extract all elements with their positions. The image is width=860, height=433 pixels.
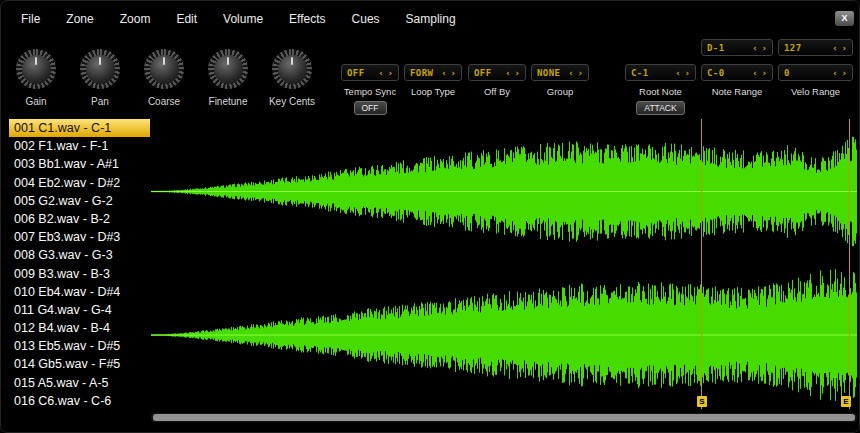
stepper-arrows: ‹› bbox=[441, 68, 456, 78]
root-note-label: Root Note bbox=[625, 86, 696, 97]
sampler-window: FileZoneZoomEditVolumeEffectsCuesSamplin… bbox=[0, 0, 860, 433]
stepper-arrows: ‹› bbox=[832, 68, 847, 78]
velo-range-high-value: 127 bbox=[784, 43, 801, 53]
decrement-arrow[interactable]: ‹ bbox=[832, 68, 837, 78]
spacer bbox=[404, 39, 462, 56]
spacer bbox=[531, 39, 589, 56]
menu-item-volume[interactable]: Volume bbox=[223, 12, 263, 26]
menu-item-zone[interactable]: Zone bbox=[66, 12, 93, 26]
stepper-arrows: ‹› bbox=[568, 68, 583, 78]
loop-type-dropdown[interactable]: FORW ‹› bbox=[404, 64, 462, 81]
menu-item-effects[interactable]: Effects bbox=[289, 12, 325, 26]
increment-arrow[interactable]: › bbox=[685, 68, 690, 78]
root-note-attack-button[interactable]: ATTACK bbox=[636, 101, 684, 115]
decrement-arrow[interactable]: ‹ bbox=[441, 68, 446, 78]
waveform-scrollbar[interactable] bbox=[151, 413, 857, 422]
off-by-label: Off By bbox=[468, 86, 526, 97]
sample-list-item[interactable]: 004 Eb2.wav - D#2 bbox=[9, 174, 150, 192]
menu-item-file[interactable]: File bbox=[21, 12, 40, 26]
sample-list-item[interactable]: 007 Eb3.wav - D#3 bbox=[9, 228, 150, 246]
close-button[interactable]: X bbox=[835, 11, 854, 26]
sample-list-item[interactable]: 001 C1.wav - C-1 bbox=[9, 119, 150, 137]
param-panel: OFF ‹› Tempo Sync OFF FORW ‹› Loop Type … bbox=[1, 39, 860, 117]
tempo-sync-label: Tempo Sync bbox=[341, 86, 399, 97]
note-range-low-value: C-0 bbox=[707, 68, 724, 78]
param-tempo-sync: OFF ‹› Tempo Sync OFF bbox=[341, 39, 399, 115]
off-by-dropdown[interactable]: OFF ‹› bbox=[468, 64, 526, 81]
stepper-arrows: ‹› bbox=[832, 43, 847, 53]
increment-arrow[interactable]: › bbox=[762, 43, 767, 53]
root-note-value: C-1 bbox=[631, 68, 648, 78]
increment-arrow[interactable]: › bbox=[842, 68, 847, 78]
decrement-arrow[interactable]: ‹ bbox=[378, 68, 383, 78]
sample-list-item[interactable]: 002 F1.wav - F-1 bbox=[9, 137, 150, 155]
decrement-arrow[interactable]: ‹ bbox=[568, 68, 573, 78]
note-range-label: Note Range bbox=[701, 86, 773, 97]
group-dropdown[interactable]: NONE ‹› bbox=[531, 64, 589, 81]
sample-list-item[interactable]: 015 A5.wav - A-5 bbox=[9, 374, 150, 392]
group-label: Group bbox=[531, 86, 589, 97]
note-range-high-value: D-1 bbox=[707, 43, 724, 53]
sample-list-item[interactable]: 008 G3.wav - G-3 bbox=[9, 246, 150, 264]
sample-list-item[interactable]: 003 Bb1.wav - A#1 bbox=[9, 155, 150, 173]
loop-end-marker-line[interactable] bbox=[849, 119, 850, 409]
sample-list-item[interactable]: 013 Eb5.wav - D#5 bbox=[9, 337, 150, 355]
menu-bar: FileZoneZoomEditVolumeEffectsCuesSamplin… bbox=[21, 12, 456, 26]
tempo-sync-off-button[interactable]: OFF bbox=[354, 101, 387, 115]
menu-item-cues[interactable]: Cues bbox=[352, 12, 380, 26]
stepper-arrows: ‹› bbox=[505, 68, 520, 78]
loop-start-marker-tag[interactable]: S bbox=[697, 396, 707, 407]
decrement-arrow[interactable]: ‹ bbox=[832, 43, 837, 53]
decrement-arrow[interactable]: ‹ bbox=[505, 68, 510, 78]
waveform-area: S E bbox=[151, 119, 857, 409]
sample-list-item[interactable]: 009 B3.wav - B-3 bbox=[9, 265, 150, 283]
scrollbar-thumb[interactable] bbox=[153, 414, 855, 421]
spacer bbox=[468, 39, 526, 56]
sample-list-item[interactable]: 006 B2.wav - B-2 bbox=[9, 210, 150, 228]
sample-list-item[interactable]: 011 G4.wav - G-4 bbox=[9, 301, 150, 319]
decrement-arrow[interactable]: ‹ bbox=[675, 68, 680, 78]
menu-item-zoom[interactable]: Zoom bbox=[120, 12, 151, 26]
tempo-sync-dropdown[interactable]: OFF ‹› bbox=[341, 64, 399, 81]
decrement-arrow[interactable]: ‹ bbox=[752, 68, 757, 78]
increment-arrow[interactable]: › bbox=[451, 68, 456, 78]
velo-range-label: Velo Range bbox=[778, 86, 853, 97]
sample-list-item[interactable]: 014 Gb5.wav - F#5 bbox=[9, 355, 150, 373]
sample-list-item[interactable]: 012 B4.wav - B-4 bbox=[9, 319, 150, 337]
increment-arrow[interactable]: › bbox=[388, 68, 393, 78]
sample-list-item[interactable]: 005 G2.wav - G-2 bbox=[9, 192, 150, 210]
param-root-note: C-1 ‹› Root Note ATTACK bbox=[625, 39, 696, 115]
sample-list: 001 C1.wav - C-1002 F1.wav - F-1003 Bb1.… bbox=[9, 119, 150, 411]
increment-arrow[interactable]: › bbox=[578, 68, 583, 78]
velo-range-low-dropdown[interactable]: 0 ‹› bbox=[778, 64, 853, 81]
param-loop-type: FORW ‹› Loop Type bbox=[404, 39, 462, 97]
increment-arrow[interactable]: › bbox=[842, 43, 847, 53]
loop-end-marker-tag[interactable]: E bbox=[841, 396, 851, 407]
stepper-arrows: ‹› bbox=[752, 43, 767, 53]
velo-range-high-dropdown[interactable]: 127 ‹› bbox=[778, 39, 853, 56]
decrement-arrow[interactable]: ‹ bbox=[752, 43, 757, 53]
loop-type-value: FORW bbox=[410, 68, 433, 78]
note-range-high-dropdown[interactable]: D-1 ‹› bbox=[701, 39, 773, 56]
note-range-low-dropdown[interactable]: C-0 ‹› bbox=[701, 64, 773, 81]
stepper-arrows: ‹› bbox=[378, 68, 393, 78]
spacer bbox=[341, 39, 399, 56]
tempo-sync-value: OFF bbox=[347, 68, 364, 78]
stepper-arrows: ‹› bbox=[752, 68, 767, 78]
menu-item-sampling[interactable]: Sampling bbox=[406, 12, 456, 26]
param-velo-range: 127 ‹› 0 ‹› Velo Range bbox=[778, 39, 853, 97]
velo-range-low-value: 0 bbox=[784, 68, 790, 78]
sample-list-item[interactable]: 010 Eb4.wav - D#4 bbox=[9, 283, 150, 301]
root-note-dropdown[interactable]: C-1 ‹› bbox=[625, 64, 696, 81]
loop-start-marker-line[interactable] bbox=[701, 119, 702, 409]
loop-type-label: Loop Type bbox=[404, 86, 462, 97]
menu-item-edit[interactable]: Edit bbox=[176, 12, 197, 26]
stepper-arrows: ‹› bbox=[675, 68, 690, 78]
spacer bbox=[625, 39, 696, 56]
group-value: NONE bbox=[537, 68, 560, 78]
waveform-canvas[interactable] bbox=[151, 119, 857, 409]
param-group: NONE ‹› Group bbox=[531, 39, 589, 97]
increment-arrow[interactable]: › bbox=[762, 68, 767, 78]
sample-list-item[interactable]: 016 C6.wav - C-6 bbox=[9, 392, 150, 410]
increment-arrow[interactable]: › bbox=[515, 68, 520, 78]
